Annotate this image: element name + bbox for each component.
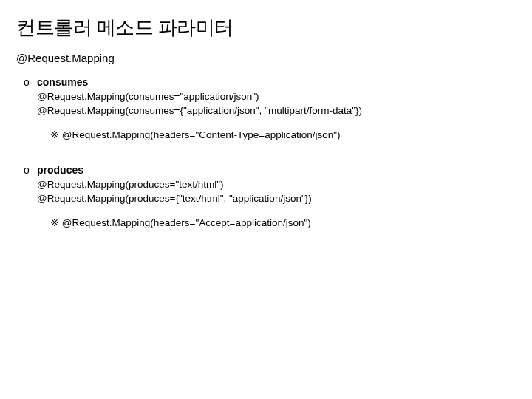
- section-produces: o produces @Request.Mapping(produces="te…: [24, 163, 516, 230]
- section-heading: produces: [37, 163, 83, 177]
- code-line: @Request.Mapping(produces={"text/html", …: [37, 191, 516, 205]
- code-line: @Request.Mapping(consumes={"application/…: [37, 103, 516, 117]
- code-line: @Request.Mapping(consumes="application/j…: [37, 89, 516, 103]
- note-line: ※ @Request.Mapping(headers="Content-Type…: [50, 128, 516, 142]
- section-heading: consumes: [37, 75, 88, 89]
- bullet-marker: o: [24, 75, 37, 89]
- slide: 컨트롤러 메소드 파라미터 @Request.Mapping o consume…: [0, 0, 532, 399]
- section-consumes: o consumes @Request.Mapping(consumes="ap…: [24, 75, 516, 142]
- bullet-row: o produces: [24, 163, 516, 177]
- page-title: 컨트롤러 메소드 파라미터: [16, 15, 516, 44]
- code-lines: @Request.Mapping(consumes="application/j…: [37, 89, 516, 117]
- note-block: ※ @Request.Mapping(headers="Content-Type…: [50, 128, 516, 142]
- note-block: ※ @Request.Mapping(headers="Accept=appli…: [50, 216, 516, 230]
- code-lines: @Request.Mapping(produces="text/html") @…: [37, 177, 516, 205]
- bullet-marker: o: [24, 163, 37, 177]
- note-line: ※ @Request.Mapping(headers="Accept=appli…: [50, 216, 516, 230]
- code-line: @Request.Mapping(produces="text/html"): [37, 177, 516, 191]
- subtitle: @Request.Mapping: [16, 52, 516, 64]
- bullet-row: o consumes: [24, 75, 516, 89]
